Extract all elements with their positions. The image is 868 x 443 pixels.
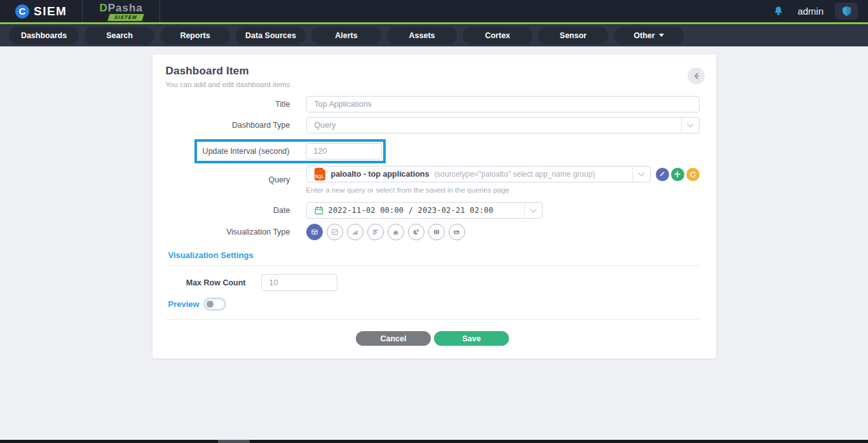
nav-label: Cortex bbox=[485, 31, 510, 40]
viz-type-map-button[interactable] bbox=[428, 224, 445, 240]
query-action-buttons bbox=[656, 168, 700, 181]
dpasha-badge: SISTEM bbox=[107, 14, 144, 21]
nav-item-data-sources[interactable]: Data Sources bbox=[236, 27, 306, 44]
footer-divider bbox=[166, 319, 700, 320]
query-detail: (sourcetype="paloalto" select app_name g… bbox=[434, 170, 595, 179]
top-bar: C SIEM DPasha SISTEM admin bbox=[0, 0, 868, 24]
date-label: Date bbox=[166, 206, 290, 215]
update-interval-row: Update Interval (second) bbox=[194, 139, 700, 163]
siem-logo-badge: C bbox=[15, 4, 29, 18]
header-right: admin bbox=[771, 0, 868, 22]
chevron-down-icon bbox=[659, 34, 664, 37]
query-label: Query bbox=[166, 175, 290, 184]
viz-type-bar-chart-button[interactable] bbox=[347, 224, 363, 240]
preview-label: Preview bbox=[168, 299, 200, 309]
map-icon bbox=[432, 228, 441, 236]
nav-label: Alerts bbox=[335, 31, 357, 40]
pencil-icon bbox=[659, 171, 665, 177]
viz-type-horizontal-bar-chart-button[interactable] bbox=[367, 224, 384, 240]
nav-label: Other bbox=[634, 31, 654, 40]
pie-chart-icon bbox=[412, 228, 421, 236]
sql-file-icon: SQL bbox=[315, 168, 325, 181]
nav-item-assets[interactable]: Assets bbox=[387, 27, 457, 44]
dpasha-prefix: D bbox=[99, 2, 107, 14]
nav-label: Search bbox=[106, 31, 133, 40]
user-profile-button[interactable] bbox=[835, 3, 858, 20]
refresh-icon bbox=[689, 171, 696, 178]
nav-item-cortex[interactable]: Cortex bbox=[463, 27, 532, 44]
dpasha-logo: DPasha SISTEM bbox=[83, 0, 159, 22]
dashboard-type-field-wrap: Query bbox=[306, 117, 700, 133]
horizontal-scrollbar-thumb[interactable] bbox=[218, 440, 250, 443]
preview-row: Preview bbox=[166, 299, 700, 310]
form-actions: Cancel Save bbox=[166, 331, 700, 346]
dpasha-name: Pasha bbox=[108, 2, 143, 14]
visualization-settings-title: Visualization Settings bbox=[168, 250, 700, 260]
nav-item-other[interactable]: Other bbox=[614, 27, 684, 44]
section-divider bbox=[166, 265, 700, 266]
dashboard-type-label: Dashboard Type bbox=[166, 121, 290, 130]
query-select[interactable]: SQL paloalto - top applications (sourcet… bbox=[306, 166, 651, 182]
sql-icon-text: SQL bbox=[315, 174, 324, 179]
dashboard-type-value: Query bbox=[315, 121, 336, 130]
query-row: Query SQL paloalto - top applications (s… bbox=[166, 166, 700, 194]
date-field-wrap: 2022-11-02 00:00 / 2023-02-21 02:00 bbox=[306, 202, 543, 219]
query-field-wrap: SQL paloalto - top applications (sourcet… bbox=[306, 166, 700, 194]
siem-logo[interactable]: C SIEM bbox=[0, 0, 82, 22]
preview-toggle[interactable] bbox=[205, 299, 225, 310]
title-input[interactable] bbox=[306, 96, 700, 112]
nav-item-search[interactable]: Search bbox=[85, 27, 154, 44]
query-helper-text: Enter a new query or select from the sav… bbox=[306, 186, 700, 194]
arrow-left-icon bbox=[692, 72, 700, 80]
shield-icon bbox=[842, 6, 851, 17]
nav-label: Assets bbox=[409, 31, 435, 40]
viz-type-area-chart-button[interactable] bbox=[388, 224, 404, 240]
date-select[interactable]: 2022-11-02 00:00 / 2023-02-21 02:00 bbox=[306, 202, 543, 219]
chevron-cell bbox=[632, 167, 650, 182]
notifications-button[interactable] bbox=[771, 4, 786, 19]
update-interval-label: Update Interval (second) bbox=[197, 144, 290, 158]
nav-item-sensor[interactable]: Sensor bbox=[538, 27, 608, 44]
nav-item-alerts[interactable]: Alerts bbox=[311, 27, 381, 44]
bottom-bar bbox=[0, 440, 868, 443]
dashboard-item-card: Dashboard Item You can add and edit dash… bbox=[153, 55, 716, 358]
nav-item-dashboards[interactable]: Dashboards bbox=[9, 27, 79, 44]
dpasha-logo-text: DPasha bbox=[99, 2, 142, 15]
dashboard-type-select[interactable]: Query bbox=[306, 117, 700, 133]
visualization-type-label: Visualization Type bbox=[166, 228, 290, 236]
cancel-button[interactable]: Cancel bbox=[356, 331, 431, 346]
line-chart-icon bbox=[330, 228, 339, 236]
save-button[interactable]: Save bbox=[434, 331, 509, 346]
viz-type-text-button[interactable]: Aa bbox=[449, 224, 465, 240]
title-row: Title bbox=[166, 96, 700, 112]
main-nav: Dashboards Search Reports Data Sources A… bbox=[0, 24, 868, 46]
back-button[interactable] bbox=[688, 67, 705, 85]
add-query-button[interactable] bbox=[671, 168, 684, 181]
header-divider bbox=[159, 0, 160, 22]
text-value-icon: Aa bbox=[452, 228, 461, 237]
refresh-query-button[interactable] bbox=[686, 168, 700, 181]
viz-type-line-chart-button[interactable] bbox=[327, 224, 343, 240]
viz-type-pie-chart-button[interactable] bbox=[408, 224, 424, 240]
viz-type-table-button[interactable] bbox=[306, 224, 323, 240]
update-interval-input[interactable] bbox=[306, 143, 382, 160]
date-row: Date 2022-11-02 00:00 / 2023-02-21 02:00 bbox=[166, 202, 700, 219]
text-icon-label: Aa bbox=[455, 231, 459, 234]
max-row-count-input[interactable] bbox=[261, 274, 337, 291]
nav-label: Dashboards bbox=[21, 31, 67, 40]
edit-query-button[interactable] bbox=[656, 168, 669, 181]
chevron-down-icon bbox=[687, 123, 694, 128]
nav-item-reports[interactable]: Reports bbox=[160, 27, 230, 44]
calendar-icon bbox=[315, 206, 323, 215]
nav-label: Reports bbox=[180, 31, 210, 40]
bell-icon bbox=[773, 6, 784, 17]
dashboard-type-row: Dashboard Type Query bbox=[166, 117, 700, 133]
nav-label: Sensor bbox=[560, 31, 587, 40]
visualization-type-options: Aa bbox=[306, 224, 700, 240]
page-subtitle: You can add and edit dashboard items bbox=[166, 81, 700, 88]
nav-label: Data Sources bbox=[245, 31, 296, 40]
area-chart-icon bbox=[391, 228, 400, 236]
horizontal-bars-icon bbox=[371, 228, 380, 236]
update-interval-highlight: Update Interval (second) bbox=[194, 139, 386, 163]
chevron-cell bbox=[524, 203, 542, 218]
